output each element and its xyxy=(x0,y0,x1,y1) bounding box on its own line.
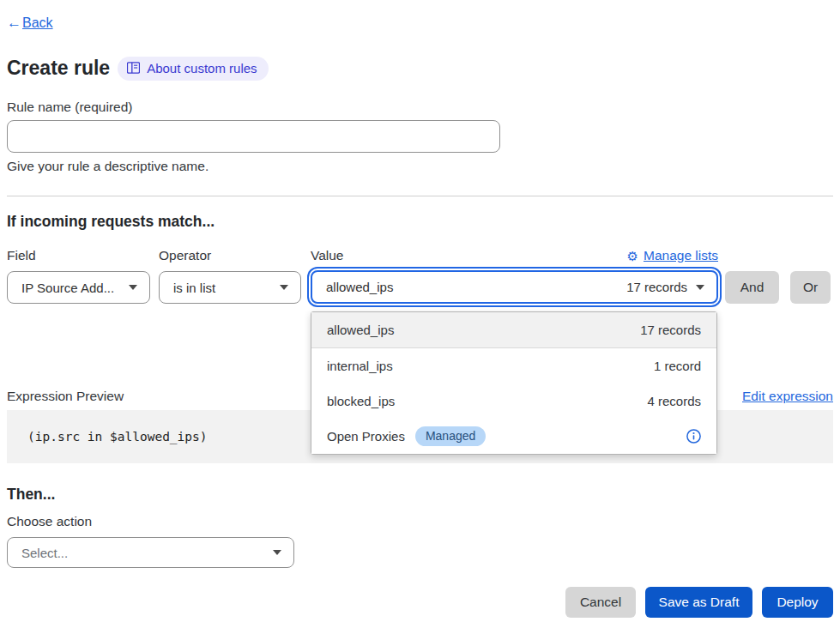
value-select-value: allowed_ips xyxy=(326,280,393,294)
about-custom-rules-badge[interactable]: About custom rules xyxy=(118,57,268,81)
value-column: Value ⚙ Manage lists allowed_ips 17 reco… xyxy=(311,248,718,304)
dropdown-item-open-proxies[interactable]: Open Proxies Managed xyxy=(311,419,716,454)
footer-actions: Cancel Save as Draft Deploy xyxy=(565,587,833,618)
back-arrow-icon: ← xyxy=(7,15,21,32)
choose-action-select[interactable]: Select... xyxy=(7,537,294,568)
expression-preview-label: Expression Preview xyxy=(7,389,124,404)
value-select[interactable]: allowed_ips 17 records xyxy=(311,270,718,304)
value-label: Value xyxy=(311,248,344,263)
choose-action-label: Choose action xyxy=(7,514,833,529)
save-as-draft-button[interactable]: Save as Draft xyxy=(645,587,752,618)
list-name: blocked_ips xyxy=(327,394,395,408)
list-name: internal_ips xyxy=(327,359,393,373)
header: Create rule About custom rules xyxy=(7,56,833,81)
manage-lists-link[interactable]: ⚙ Manage lists xyxy=(627,248,718,263)
and-button[interactable]: And xyxy=(725,271,779,304)
chevron-down-icon xyxy=(696,285,704,290)
manage-lists-label: Manage lists xyxy=(644,248,718,263)
operator-label: Operator xyxy=(159,248,211,263)
operator-select[interactable]: is in list xyxy=(159,271,301,304)
info-icon[interactable] xyxy=(686,429,701,444)
list-meta: 4 records xyxy=(647,394,701,408)
chevron-down-icon xyxy=(280,285,288,290)
action-select-placeholder: Select... xyxy=(21,546,68,560)
cancel-button[interactable]: Cancel xyxy=(565,587,636,618)
value-select-meta: 17 records xyxy=(626,280,687,294)
dropdown-item-blocked-ips[interactable]: blocked_ips 4 records xyxy=(311,383,716,419)
dropdown-item-allowed-ips[interactable]: allowed_ips 17 records xyxy=(311,312,716,348)
about-badge-label: About custom rules xyxy=(147,61,257,75)
then-section-heading: Then... xyxy=(7,486,833,503)
divider xyxy=(7,196,833,196)
dropdown-item-internal-ips[interactable]: internal_ips 1 record xyxy=(311,348,716,383)
expression-code: (ip.src in $allowed_ips) xyxy=(27,430,208,444)
book-icon xyxy=(127,62,140,74)
field-label: Field xyxy=(7,248,36,263)
create-rule-page: ← Back Create rule About custom rules Ru… xyxy=(0,0,840,634)
rule-name-label: Rule name (required) xyxy=(7,100,833,115)
list-meta: 17 records xyxy=(640,323,701,337)
list-meta: 1 record xyxy=(654,359,701,373)
or-button[interactable]: Or xyxy=(790,271,831,304)
list-name: allowed_ips xyxy=(327,323,394,337)
field-select-value: IP Source Add... xyxy=(21,281,114,295)
back-label: Back xyxy=(22,15,53,32)
back-link[interactable]: ← Back xyxy=(7,15,53,32)
operator-select-value: is in list xyxy=(173,281,215,295)
chevron-down-icon xyxy=(129,285,137,290)
gear-icon: ⚙ xyxy=(627,250,638,263)
chevron-down-icon xyxy=(273,550,281,555)
condition-row: Field IP Source Add... Operator is in li… xyxy=(7,248,833,304)
rule-name-input[interactable] xyxy=(7,120,500,153)
field-select[interactable]: IP Source Add... xyxy=(7,271,150,304)
page-title: Create rule xyxy=(7,57,110,80)
list-name: Open Proxies xyxy=(327,429,405,444)
deploy-button[interactable]: Deploy xyxy=(762,587,833,618)
rule-name-helper: Give your rule a descriptive name. xyxy=(7,159,833,174)
field-column: Field IP Source Add... xyxy=(7,248,150,304)
match-section-heading: If incoming requests match... xyxy=(7,213,833,230)
managed-badge: Managed xyxy=(415,426,486,446)
value-dropdown-menu: allowed_ips 17 records internal_ips 1 re… xyxy=(311,311,717,455)
edit-expression-link[interactable]: Edit expression xyxy=(742,389,833,404)
operator-column: Operator is in list xyxy=(159,248,301,304)
